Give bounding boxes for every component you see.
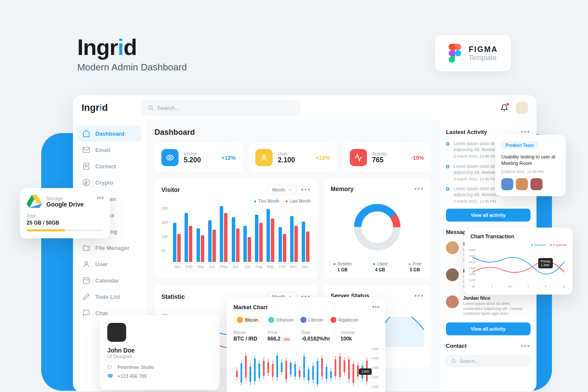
svg-rect-37	[267, 362, 269, 373]
storage-name: Google Drive	[46, 201, 84, 208]
visitor-card: Visitor Month ••• This MonthLast Month 2…	[155, 178, 318, 279]
calendar-icon	[82, 277, 90, 284]
figma-badge: FIGMA Template	[435, 35, 511, 71]
team-tag: Product Team	[501, 141, 538, 149]
transaction-chart-card: Chart Transaction IncomeExpense Friday1.…	[464, 228, 573, 295]
statistic-title: Statistic	[161, 293, 185, 300]
svg-point-1	[149, 106, 152, 109]
figma-icon	[448, 44, 462, 63]
storage-card: ••• Storage Google Drive Total 25 GB / 5…	[20, 188, 110, 238]
svg-rect-57	[312, 366, 314, 380]
home-icon	[82, 130, 90, 137]
svg-point-0	[455, 50, 461, 57]
coin-etherium[interactable]: Etherium	[268, 316, 294, 324]
svg-rect-31	[254, 359, 256, 381]
profile-role: UI Designer	[107, 354, 212, 359]
hero-title: Ingrid	[77, 34, 187, 60]
notification-bell[interactable]	[500, 104, 508, 112]
svg-rect-69	[339, 356, 341, 377]
market-tooltip: 1350	[359, 368, 372, 375]
sidebar-item-contact[interactable]: Contact	[77, 158, 142, 174]
sidebar-item-user[interactable]: User	[77, 256, 142, 272]
storage-menu[interactable]: •••	[97, 194, 104, 202]
market-stat: Rate-0.0182%/hr	[302, 330, 330, 342]
svg-rect-49	[294, 364, 296, 377]
coin-litecoin[interactable]: Litecoin	[300, 316, 323, 324]
market-stat: BitcoinBTC / IRD	[233, 330, 257, 342]
svg-rect-51	[299, 370, 300, 377]
sidebar-item-email[interactable]: Email	[77, 142, 142, 158]
activity-title: Lastest Activity	[446, 129, 487, 135]
stat-card-visitor: Visitor5.200+12%	[155, 143, 242, 172]
topbar: Ingrid Search...	[73, 95, 536, 120]
svg-rect-23	[236, 371, 238, 377]
svg-rect-61	[321, 358, 323, 376]
sidebar-item-file-manager[interactable]: File Manager	[77, 240, 142, 256]
sidebar-item-dashboard[interactable]: Dashboard	[77, 125, 142, 142]
visitor-period-select[interactable]: Month	[267, 185, 297, 194]
svg-rect-67	[335, 359, 336, 376]
trans-line-chart: Friday1.208 5000 1500 1400 1300 1200 110…	[470, 249, 567, 283]
svg-rect-35	[263, 361, 265, 376]
svg-rect-65	[330, 371, 332, 378]
coin-bitcoin[interactable]: Bitcoin	[233, 316, 261, 324]
search-icon	[451, 359, 456, 364]
stat-card-activity: Activity765-10%	[343, 143, 431, 172]
svg-line-2	[152, 109, 153, 110]
google-drive-icon	[27, 195, 42, 209]
hero-subtitle: Modern Admin Dashboard	[77, 62, 187, 73]
search-icon	[148, 105, 154, 111]
market-chart-card: ••• Market Chart BitcoinEtheriumLitecoin…	[227, 297, 385, 392]
search-input[interactable]: Search...	[142, 100, 300, 115]
sidebar-item-todo-list[interactable]: Todo List	[77, 289, 142, 305]
memory-card: Memory ••• System1 GB Used4 GB Free5	[324, 178, 431, 279]
storage-progress	[27, 229, 103, 231]
visitor-menu[interactable]: •••	[301, 186, 311, 194]
svg-rect-41	[276, 356, 278, 377]
figma-subtitle: Template	[469, 54, 498, 62]
logo: Ingrid	[82, 102, 142, 113]
market-menu[interactable]: •••	[372, 303, 379, 311]
visitor-title: Visitor	[161, 186, 180, 193]
hero-header: Ingrid Modern Admin Dashboard	[77, 34, 187, 73]
team-time: 2 March 2021, 12:30 PM	[501, 170, 560, 174]
contact-menu[interactable]: •••	[521, 342, 530, 350]
market-title: Market Chart	[233, 304, 379, 310]
svg-rect-55	[308, 369, 309, 380]
svg-line-21	[455, 362, 456, 363]
storage-total: 25 GB / 50GB	[27, 220, 103, 226]
candle-chart: 1350 1500 1400 1300 1200 1100	[233, 347, 379, 392]
trans-title: Chart Transaction	[470, 234, 567, 240]
svg-rect-75	[352, 364, 354, 383]
message-item[interactable]: Jordan NicoLorem ipsum dolor sit amet, c…	[446, 295, 530, 316]
svg-rect-73	[348, 359, 350, 379]
dollar-icon	[82, 179, 90, 186]
figma-title: FIGMA	[469, 45, 498, 54]
contact-title: Contact	[446, 343, 467, 349]
briefcase-icon: ▢	[107, 364, 113, 370]
profile-avatar	[107, 323, 126, 342]
svg-rect-33	[258, 364, 260, 378]
svg-point-20	[452, 359, 455, 362]
coin-ripplecoin[interactable]: Ripplecoin	[330, 316, 359, 324]
view-messages-button[interactable]: View all activity	[446, 322, 530, 335]
team-avatars	[501, 178, 560, 190]
contact-search-input[interactable]: Search...	[446, 355, 530, 367]
svg-point-16	[263, 155, 266, 158]
bell-icon	[500, 104, 508, 112]
svg-rect-25	[240, 364, 242, 383]
svg-rect-29	[249, 367, 251, 382]
svg-rect-53	[303, 356, 305, 377]
server-menu[interactable]: •••	[414, 292, 424, 300]
market-stat: Volume100k	[340, 330, 355, 342]
svg-rect-47	[290, 363, 291, 374]
view-activity-button[interactable]: View all activity	[446, 209, 530, 222]
chat-icon	[82, 309, 90, 317]
sidebar-item-calendar[interactable]: Calendar	[77, 272, 142, 289]
team-description: Usability testing to user at Meeting Roo…	[501, 154, 560, 167]
user-avatar[interactable]	[516, 102, 528, 114]
profile-card: John Doe UI Designer ▢Peterdraw Studio ☎…	[100, 315, 220, 390]
memory-menu[interactable]: •••	[414, 185, 424, 193]
visitor-bar-chart: 200 150 100 50	[161, 206, 311, 262]
user-icon	[82, 260, 90, 268]
